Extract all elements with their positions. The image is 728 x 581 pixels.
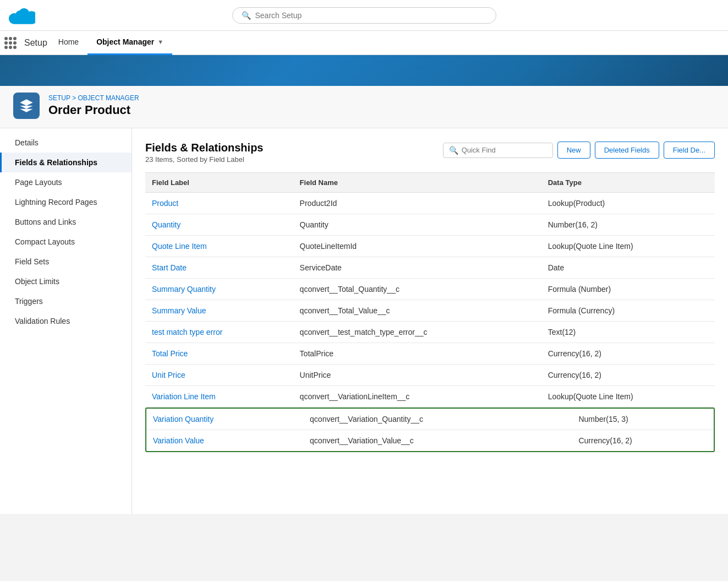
- data-type-cell: Lookup(Product): [541, 193, 715, 214]
- table-row: Quote Line ItemQuoteLineItemIdLookup(Quo…: [145, 236, 715, 257]
- field-name-cell: qconvert__test_match_type_error__c: [293, 322, 541, 343]
- field-label-link[interactable]: Summary Value: [152, 306, 206, 315]
- nav-tab-home[interactable]: Home: [50, 31, 87, 55]
- col-header-name: Field Name: [293, 173, 541, 193]
- field-name-cell: QuoteLineItemId: [293, 236, 541, 257]
- field-label-link[interactable]: Quantity: [152, 220, 180, 229]
- quick-find-search-icon: 🔍: [449, 146, 458, 155]
- second-nav: Setup Home Object Manager ▼: [0, 31, 728, 55]
- sidebar-item-fields-relationships[interactable]: Fields & Relationships: [0, 153, 132, 172]
- field-name-cell: qconvert__VariationLineItem__c: [293, 386, 541, 408]
- data-type-cell: Number(16, 2): [541, 214, 715, 236]
- top-nav: 🔍: [0, 0, 728, 31]
- sidebar-item-compact-layouts[interactable]: Compact Layouts: [0, 232, 132, 252]
- field-label-link[interactable]: test match type error: [152, 328, 222, 336]
- data-type-cell: Lookup(Quote Line Item): [541, 386, 715, 408]
- data-type-cell: Currency(16, 2): [541, 343, 715, 365]
- field-label-link[interactable]: Variation Value: [153, 436, 204, 445]
- deleted-fields-button[interactable]: Deleted Fields: [595, 142, 659, 159]
- section-subtitle: 23 Items, Sorted by Field Label: [145, 155, 263, 164]
- field-label-link[interactable]: Quote Line Item: [152, 242, 207, 251]
- content-panel: Fields & Relationships 23 Items, Sorted …: [132, 128, 728, 514]
- field-name-cell: qconvert__Total_Value__c: [293, 300, 541, 322]
- sidebar-item-object-limits[interactable]: Object Limits: [0, 272, 132, 291]
- table-row: Start DateServiceDateDate: [145, 257, 715, 279]
- highlight-section: Variation Quantityqconvert__Variation_Qu…: [145, 408, 715, 452]
- section-title-area: Fields & Relationships 23 Items, Sorted …: [145, 142, 263, 164]
- search-bar-wrapper: 🔍: [232, 7, 496, 24]
- main-content: Details Fields & Relationships Page Layo…: [0, 128, 728, 514]
- sidebar-item-triggers[interactable]: Triggers: [0, 291, 132, 311]
- table-row: Unit PriceUnitPriceCurrency(16, 2): [145, 365, 715, 386]
- breadcrumb: SETUP > OBJECT MANAGER: [48, 94, 139, 102]
- nav-tab-object-manager[interactable]: Object Manager ▼: [87, 31, 172, 55]
- table-row: Summary Quantityqconvert__Total_Quantity…: [145, 279, 715, 300]
- field-label-link[interactable]: Variation Line Item: [152, 392, 216, 401]
- sidebar-item-lightning-record-pages[interactable]: Lightning Record Pages: [0, 192, 132, 212]
- field-label-link[interactable]: Variation Quantity: [153, 415, 214, 423]
- field-name-cell: qconvert__Variation_Value__c: [303, 430, 572, 452]
- salesforce-logo[interactable]: [9, 6, 35, 25]
- blue-banner: [0, 55, 728, 86]
- field-label-link[interactable]: Total Price: [152, 349, 188, 358]
- field-label-link[interactable]: Product: [152, 199, 178, 208]
- fields-table: Field Label Field Name Data Type Product…: [145, 172, 715, 408]
- table-row: Variation Line Itemqconvert__VariationLi…: [145, 386, 715, 408]
- new-button[interactable]: New: [557, 142, 590, 159]
- section-title: Fields & Relationships: [145, 142, 263, 154]
- table-row: Variation Quantityqconvert__Variation_Qu…: [146, 409, 714, 430]
- data-type-cell: Lookup(Quote Line Item): [541, 236, 715, 257]
- search-bar: 🔍: [232, 7, 496, 24]
- sidebar-item-validation-rules[interactable]: Validation Rules: [0, 311, 132, 331]
- page-object-icon: [13, 93, 40, 119]
- data-type-cell: Text(12): [541, 322, 715, 343]
- grid-menu-icon[interactable]: [4, 37, 17, 49]
- field-name-cell: Product2Id: [293, 193, 541, 214]
- table-header-row: Field Label Field Name Data Type: [145, 173, 715, 193]
- field-name-cell: qconvert__Total_Quantity__c: [293, 279, 541, 300]
- field-name-cell: Quantity: [293, 214, 541, 236]
- field-name-cell: qconvert__Variation_Quantity__c: [303, 409, 572, 430]
- layers-icon: [19, 98, 34, 113]
- sidebar-item-buttons-links[interactable]: Buttons and Links: [0, 212, 132, 232]
- table-row: Variation Valueqconvert__Variation_Value…: [146, 430, 714, 452]
- col-header-type: Data Type: [541, 173, 715, 193]
- data-type-cell: Formula (Currency): [541, 300, 715, 322]
- field-name-cell: UnitPrice: [293, 365, 541, 386]
- field-name-cell: TotalPrice: [293, 343, 541, 365]
- table-row: QuantityQuantityNumber(16, 2): [145, 214, 715, 236]
- search-icon: 🔍: [242, 11, 251, 20]
- sidebar-item-details[interactable]: Details: [0, 133, 132, 153]
- table-row: ProductProduct2IdLookup(Product): [145, 193, 715, 214]
- data-type-cell: Formula (Number): [541, 279, 715, 300]
- setup-label: Setup: [24, 38, 47, 48]
- field-name-cell: ServiceDate: [293, 257, 541, 279]
- table-row: test match type errorqconvert__test_matc…: [145, 322, 715, 343]
- field-label-link[interactable]: Summary Quantity: [152, 285, 216, 294]
- sidebar-item-field-sets[interactable]: Field Sets: [0, 252, 132, 272]
- data-type-cell: Date: [541, 257, 715, 279]
- field-label-link[interactable]: Unit Price: [152, 371, 185, 379]
- sidebar-item-page-layouts[interactable]: Page Layouts: [0, 172, 132, 192]
- breadcrumb-object-manager[interactable]: OBJECT MANAGER: [78, 94, 139, 102]
- table-row: Total PriceTotalPriceCurrency(16, 2): [145, 343, 715, 365]
- chevron-down-icon: ▼: [157, 39, 163, 45]
- page-title: Order Product: [48, 103, 139, 117]
- section-actions: 🔍 New Deleted Fields Field De...: [443, 142, 715, 159]
- page-header-text: SETUP > OBJECT MANAGER Order Product: [48, 94, 139, 117]
- sidebar: Details Fields & Relationships Page Layo…: [0, 128, 132, 514]
- data-type-cell: Currency(16, 2): [572, 430, 714, 452]
- quick-find-input[interactable]: [462, 146, 547, 154]
- field-dependencies-button[interactable]: Field De...: [664, 142, 715, 159]
- col-header-label: Field Label: [145, 173, 293, 193]
- field-label-link[interactable]: Start Date: [152, 263, 187, 272]
- data-type-cell: Currency(16, 2): [541, 365, 715, 386]
- search-input[interactable]: [255, 11, 487, 20]
- quick-find-wrapper: 🔍: [443, 143, 553, 158]
- highlighted-fields-table: Variation Quantityqconvert__Variation_Qu…: [146, 409, 714, 451]
- data-type-cell: Number(15, 3): [572, 409, 714, 430]
- section-header: Fields & Relationships 23 Items, Sorted …: [145, 142, 715, 164]
- page-header: SETUP > OBJECT MANAGER Order Product: [0, 86, 728, 128]
- table-row: Summary Valueqconvert__Total_Value__cFor…: [145, 300, 715, 322]
- breadcrumb-setup[interactable]: SETUP: [48, 94, 70, 102]
